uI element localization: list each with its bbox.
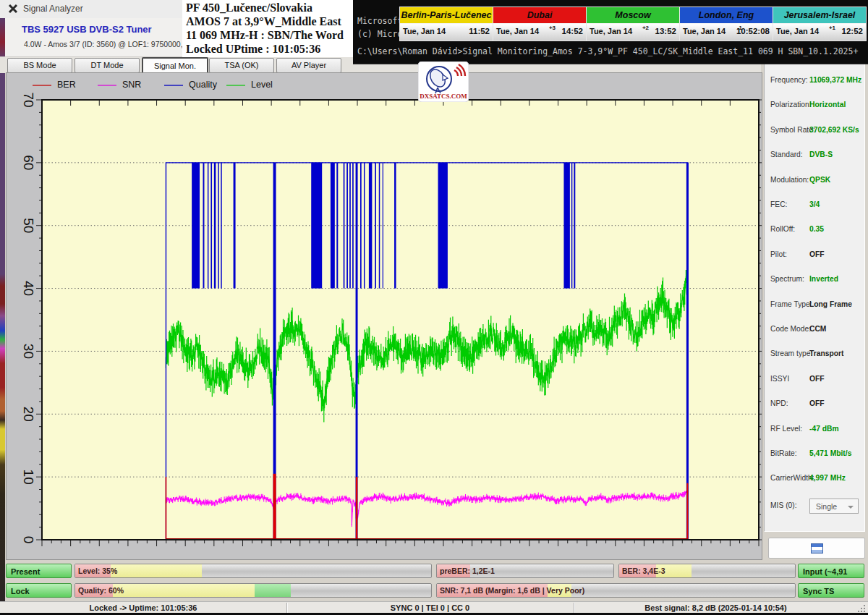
toolbar-button-dt-mode[interactable]: DT Mode [75,58,140,73]
app-icon [8,4,18,14]
statusbar-text: SYNC 0 | TEI 0 | CC 0 [286,603,574,612]
progress-label: BER: 3,4E-3 [622,567,665,575]
param-label: Pilot: [770,250,787,258]
progress-label: preBER: 1,2E-1 [440,567,495,575]
clock-time: 14:52 [562,27,583,35]
signal-monitor-chart-panel: BERSNRQualityLevel 010203040506070 [6,72,762,560]
param-label: NPD: [770,399,788,407]
terminal-text: (c) Micro [357,29,402,39]
note-line: AMOS 7 at 3,9°W_Middle East [182,14,353,28]
record-icon [811,543,823,554]
tuner-name: TBS 5927 USB DVB-S2 Tuner [22,24,152,35]
param-label: Spectrum: [770,275,804,283]
param-value: 3/4 [809,200,820,208]
param-label: ISSYI [770,375,789,383]
param-label: RollOff: [770,225,795,233]
svg-text:30: 30 [21,344,36,359]
clock-city: Berlin-Paris-Lučenec [400,7,493,24]
transponder-note-overlay: PF 450_Lučenec/Slovakia AMOS 7 at 3,9°W_… [182,0,353,57]
toolbar-button-av-player[interactable]: AV Player [276,58,341,73]
param-label: Standard: [770,150,803,158]
param-value: -47 dBm [809,425,839,433]
param-value: Long Frame [809,300,852,308]
svg-text:10: 10 [21,470,36,485]
svg-text:50: 50 [21,218,36,233]
chevron-down-icon [848,506,854,509]
toolbar-button-tsa-ok-[interactable]: TSA (OK) [209,58,274,73]
signal-chart: 010203040506070 [7,73,762,559]
clock-city: Moscow [587,7,679,24]
param-value: DVB-S [809,150,833,158]
param-label: BitRate: [770,449,797,457]
param-label: CarrierWidth: [770,474,814,482]
clock-widget-3[interactable]: London, EngTue, Jan 14-110:52:08 [679,7,773,41]
note-line: 11 069 MHz-H : SBN/The Word [182,28,353,42]
clock-time-row: Tue, Jan 14-110:52:08 [680,24,773,41]
svg-text:70: 70 [21,92,36,107]
statusbar-text: Best signal: 8,2 dB (2025-01-14 10:54) [574,603,858,612]
param-value: 3702,692 KS/s [809,126,859,134]
clock-widget-2[interactable]: MoscowTue, Jan 14+213:52 [586,7,680,41]
statusbar-divider [574,603,574,613]
clock-widget-4[interactable]: Jerusalem-IsraelTue, Jan 14+112:52 [773,7,867,41]
resize-grip-icon[interactable] [858,605,859,606]
mis-dropdown[interactable]: Single [809,499,859,514]
clock-time-row: Tue, Jan 14+314:52 [493,24,586,41]
param-value: 11069,372 MHz [809,76,861,84]
clock-time-row: Tue, Jan 14+213:52 [587,24,679,41]
progress-label: Quality: 60% [78,586,124,595]
param-value: OFF [809,399,825,407]
clock-date: Tue, Jan 14 [776,27,819,35]
clock-date: Tue, Jan 14 [496,27,539,35]
clock-date: Tue, Jan 14 [683,27,726,35]
mis-label: MIS (0): [770,501,797,509]
param-value: Transport [809,349,844,357]
param-value: Inverted [809,275,838,283]
param-value: Horizontal [809,101,846,109]
param-value: OFF [809,375,825,383]
signal-analyzer-window: Signal Analyzer TBS 5927 USB DVB-S2 Tune… [0,0,868,615]
progress-fill [255,584,290,597]
progress-bar: BER: 3,4E-3 [618,564,796,578]
svg-text:0: 0 [21,536,36,544]
clock-utc-offset: +2 [642,25,649,31]
param-value: 4,997 MHz [809,474,846,482]
clock-time: 13:52 [655,27,676,35]
progress-bar: Quality: 60% [75,583,432,598]
progress-label: Level: 35% [78,567,117,575]
param-label: Modulation: [770,176,809,184]
clock-time: 11:52 [469,27,490,35]
progress-fill [111,564,201,577]
logo-text: DXSATCS.COM [420,93,467,100]
status-bar: Locked -> Uptime: 101:05:36SYNC 0 | TEI … [0,601,868,614]
status-badge-sync-ts: Sync TS [798,583,864,598]
clock-widget-1[interactable]: DubaiTue, Jan 14+314:52 [493,7,587,41]
progress-bar: Level: 35% [75,564,432,578]
toolbar-button-bs-mode[interactable]: BS Mode [7,58,72,73]
param-label: Polarization: [770,101,812,109]
clock-time-row: Tue, Jan 14+112:52 [773,24,866,41]
progress-bar: SNR: 7,1 dB (Margin: 1,6 dB | Very Poor) [436,583,796,598]
note-line: Locked UPtime : 101:05:36 [182,42,353,56]
param-label: Symbol Rate: [770,126,815,134]
desktop-edge-strip [0,18,5,614]
clock-city: Jerusalem-Israel [773,7,866,24]
window-title: Signal Analyzer [23,4,83,14]
clock-date: Tue, Jan 14 [590,27,632,35]
param-label: Stream type: [770,349,812,357]
param-label: Frame Type: [770,300,812,308]
clock-utc-offset: +3 [549,25,556,31]
clock-time: 10:52:08 [736,27,770,35]
progress-label: SNR: 7,1 dB (Margin: 1,6 dB | Very Poor) [440,586,584,595]
param-label: Frequency: [770,76,808,84]
terminal-window[interactable]: Microsoft (c) Micro C:\Users\Roman Dávid… [353,0,868,64]
record-button[interactable] [768,538,865,559]
param-label: Code Mode: [770,325,811,333]
clock-utc-offset: +1 [829,25,835,31]
note-line: PF 450_Lučenec/Slovakia [182,1,353,14]
clock-time-row: Tue, Jan 1411:52 [400,24,493,41]
param-label: FEC: [770,200,787,208]
param-value: OFF [809,250,825,258]
param-value: CCM [809,325,826,333]
clock-widget-0[interactable]: Berlin-Paris-LučenecTue, Jan 1411:52 [399,7,493,41]
